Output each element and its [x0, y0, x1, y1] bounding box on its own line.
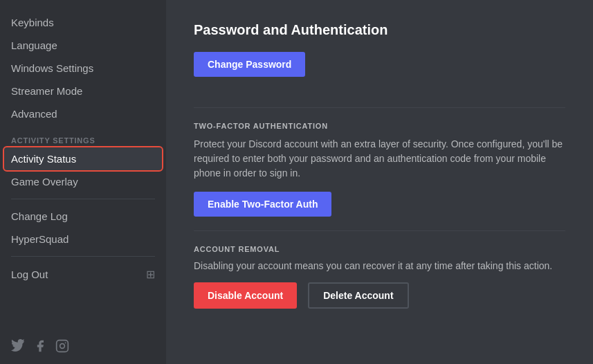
- sidebar-item-advanced[interactable]: Advanced: [4, 102, 162, 125]
- two-factor-description: Protect your Discord account with an ext…: [194, 137, 565, 181]
- sidebar-item-game-overlay[interactable]: Game Overlay: [4, 170, 162, 193]
- svg-point-1: [60, 344, 65, 349]
- page-title: Password and Authentication: [194, 22, 565, 38]
- section-divider-2: [194, 230, 565, 231]
- sidebar-divider-1: [11, 199, 155, 199]
- two-factor-section-label: TWO-FACTOR AUTHENTICATION: [194, 122, 565, 130]
- sidebar-item-streamer-mode[interactable]: Streamer Mode: [4, 80, 162, 102]
- section-divider-1: [194, 107, 565, 108]
- logout-icon: ⊞: [146, 268, 155, 281]
- sidebar-item-keybinds[interactable]: Keybinds: [4, 11, 162, 34]
- account-actions: Disable Account Delete Account: [194, 282, 565, 309]
- svg-rect-0: [57, 340, 69, 352]
- sidebar-divider-2: [11, 256, 155, 257]
- sidebar-item-logout[interactable]: Log Out ⊞: [4, 262, 162, 286]
- change-password-button[interactable]: Change Password: [194, 52, 305, 77]
- sidebar-item-language[interactable]: Language: [4, 34, 162, 57]
- main-content: Password and Authentication Change Passw…: [166, 0, 593, 364]
- sidebar-item-windows-settings[interactable]: Windows Settings: [4, 57, 162, 80]
- account-removal-description: Disabling your account means you can rec…: [194, 260, 565, 271]
- svg-point-2: [65, 343, 66, 344]
- enable-2fa-button[interactable]: Enable Two-Factor Auth: [194, 192, 331, 217]
- delete-account-button[interactable]: Delete Account: [308, 282, 408, 309]
- activity-settings-section-label: ACTIVITY SETTINGS: [4, 125, 162, 147]
- sidebar-item-change-log[interactable]: Change Log: [4, 205, 162, 228]
- disable-account-button[interactable]: Disable Account: [194, 282, 297, 309]
- sidebar-item-hypesquad[interactable]: HyperSquad: [4, 228, 162, 251]
- sidebar-item-activity-status[interactable]: Activity Status: [4, 147, 162, 170]
- account-removal-label: ACCOUNT REMOVAL: [194, 245, 565, 253]
- twitter-icon[interactable]: [11, 339, 25, 353]
- instagram-icon[interactable]: [55, 339, 69, 353]
- sidebar: Keybinds Language Windows Settings Strea…: [0, 0, 166, 364]
- social-links: [4, 332, 162, 353]
- facebook-icon[interactable]: [33, 339, 47, 353]
- logout-label: Log Out: [11, 269, 48, 280]
